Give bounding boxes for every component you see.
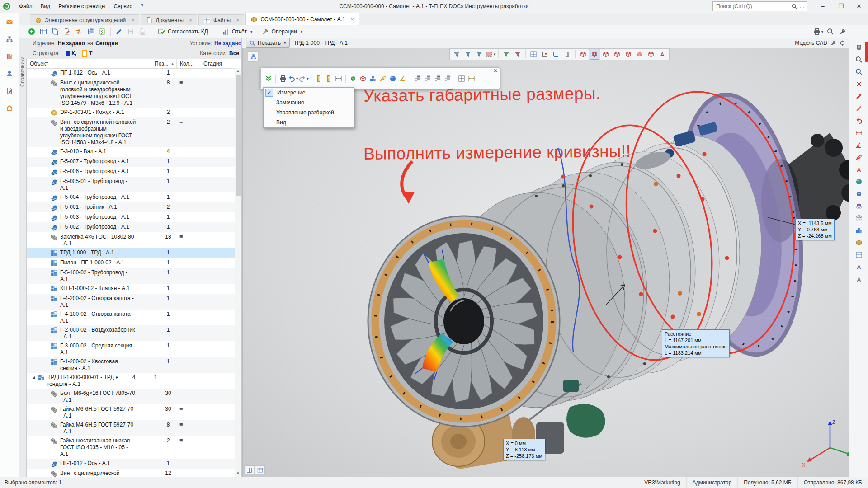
menu-item-3[interactable]: Вид [264, 117, 354, 127]
add-icon[interactable] [26, 27, 37, 37]
filter-window-icon[interactable] [462, 49, 473, 59]
section-cube-4-icon[interactable] [612, 49, 623, 59]
coordinate-system-icon[interactable] [551, 49, 561, 59]
tab-close-icon[interactable]: × [236, 17, 239, 23]
product-structure-icon[interactable] [4, 33, 15, 45]
contacts-icon[interactable] [4, 68, 15, 80]
redo-icon[interactable]: ▾ [299, 74, 309, 83]
structure-settings-icon[interactable] [85, 27, 96, 37]
menu-item-1[interactable]: Вид [37, 0, 55, 13]
caret-down-icon[interactable]: ▾ [296, 76, 298, 81]
edit-pencil-icon[interactable] [113, 27, 124, 37]
copy-structure-icon[interactable] [50, 27, 61, 37]
search-icon[interactable] [792, 4, 797, 9]
menu-item-0[interactable]: ✓Измерение [264, 88, 354, 98]
parameters-icon[interactable] [97, 27, 108, 37]
edit-structure-icon[interactable] [61, 27, 72, 37]
section-text-icon[interactable] [657, 49, 668, 59]
search-box[interactable]: … [712, 1, 807, 11]
section-cube-2-icon[interactable] [589, 49, 600, 59]
measure-vertex-icon[interactable] [358, 74, 368, 83]
text-style-icon[interactable] [854, 274, 864, 284]
product-value[interactable]: Не задано [58, 40, 85, 47]
redline-text-icon[interactable] [854, 164, 864, 174]
print-measure-icon[interactable] [278, 74, 288, 83]
section-cube-5-icon[interactable] [623, 49, 634, 59]
caret-down-icon[interactable]: ▾ [821, 29, 824, 34]
scroll-down-icon[interactable]: ▼ [235, 470, 241, 477]
curvature-comb-icon[interactable] [378, 74, 387, 83]
date-value[interactable]: Сегодня [95, 40, 118, 47]
documents-icon[interactable] [4, 85, 15, 97]
measure-sphere-icon[interactable] [854, 177, 864, 187]
compare-ab-icon[interactable] [467, 74, 476, 83]
menu-item-1[interactable]: Замечания [264, 98, 354, 108]
measure-dimension-icon[interactable] [334, 74, 343, 83]
render-mode-icon[interactable] [854, 201, 864, 211]
column-qty[interactable]: Кол... [177, 59, 200, 68]
restore-icon[interactable]: ❐ [832, 0, 850, 13]
caret-down-icon[interactable]: ▾ [250, 29, 253, 34]
tree-scrollbar[interactable]: ▲ ▼ [235, 68, 241, 477]
list-measure-2-icon[interactable] [422, 74, 432, 83]
cell-view-icon[interactable] [244, 465, 254, 474]
caret-down-icon[interactable]: ▾ [494, 52, 496, 56]
measure-sphere-icon[interactable] [388, 74, 397, 83]
highlight-color-icon[interactable]: ▾ [485, 49, 496, 59]
tree-row[interactable]: Винт с цилиндрической головкой и звездоо… [27, 469, 235, 477]
measure-table-icon[interactable] [457, 74, 466, 83]
save-icon[interactable] [125, 27, 136, 37]
close-icon[interactable]: ✕ [850, 0, 868, 13]
redline-dimension-icon[interactable] [854, 128, 864, 138]
operations-button[interactable]: Операции▾ [258, 27, 307, 37]
properties-icon[interactable] [38, 27, 49, 37]
list-measure-4-icon[interactable] [442, 74, 452, 83]
panel-menu-icon[interactable] [264, 74, 273, 83]
tab-close-icon[interactable]: × [189, 17, 192, 23]
section-cube-7-icon[interactable] [646, 49, 656, 59]
undo-icon[interactable]: ▾ [288, 74, 298, 83]
search-options-icon[interactable]: … [799, 3, 805, 9]
tab-1[interactable]: Документы× [141, 14, 197, 25]
section-cube-6-icon[interactable] [634, 49, 645, 59]
menu-item-4[interactable]: ? [137, 0, 148, 13]
list-measure-3-icon[interactable] [432, 74, 442, 83]
scroll-thumb[interactable] [236, 75, 241, 196]
print-icon[interactable]: ▾ [813, 27, 824, 37]
compare-structure-icon[interactable] [368, 74, 377, 83]
tab-2[interactable]: Файлы× [198, 14, 244, 25]
categories-value[interactable]: Все [229, 50, 239, 56]
redline-pencil-icon[interactable] [854, 91, 864, 101]
caret-down-icon[interactable]: ▾ [301, 29, 303, 34]
approve-kd-button[interactable]: Согласовать КД [154, 27, 212, 37]
redline-angle-icon[interactable] [854, 140, 864, 150]
conditions-value[interactable]: Не задано [214, 40, 241, 47]
mode-target-icon[interactable] [840, 40, 845, 46]
column-stage[interactable]: Стадия [200, 59, 241, 68]
redline-symbol-icon[interactable] [854, 152, 864, 162]
filter-list-icon[interactable] [474, 49, 485, 59]
menu-item-0[interactable]: Файл [15, 0, 37, 13]
zoom-in-icon[interactable] [854, 55, 864, 65]
material-box-icon[interactable] [854, 238, 864, 248]
scene-objects-icon[interactable] [854, 225, 864, 235]
structure-k-chip[interactable] [66, 51, 70, 56]
filter-clear-icon[interactable] [512, 49, 523, 59]
table-view-icon[interactable] [255, 465, 265, 474]
cancel-changes-icon[interactable] [137, 27, 148, 37]
origin-point-icon[interactable] [539, 49, 550, 59]
tab-close-icon[interactable]: × [131, 17, 134, 23]
refresh-links-icon[interactable] [73, 27, 84, 37]
cad-viewport[interactable]: Z X Y ▾ ✕ ▾▾ ✓ИзмерениеЗамечанияУправлен… [242, 48, 849, 477]
references-icon[interactable] [4, 51, 15, 62]
search-icon[interactable] [825, 27, 836, 37]
section-cube-3-icon[interactable] [600, 49, 611, 59]
menu-item-2[interactable]: Рабочие страницы [54, 0, 109, 13]
text-edit-icon[interactable] [854, 262, 864, 272]
settings-wrench-icon[interactable] [837, 27, 848, 37]
check-solid-icon[interactable] [348, 74, 358, 83]
caret-down-icon[interactable]: ▾ [284, 41, 286, 45]
filter-apply-icon[interactable] [501, 49, 512, 59]
minimize-icon[interactable]: – [814, 0, 832, 13]
list-measure-1-icon[interactable] [412, 74, 422, 83]
